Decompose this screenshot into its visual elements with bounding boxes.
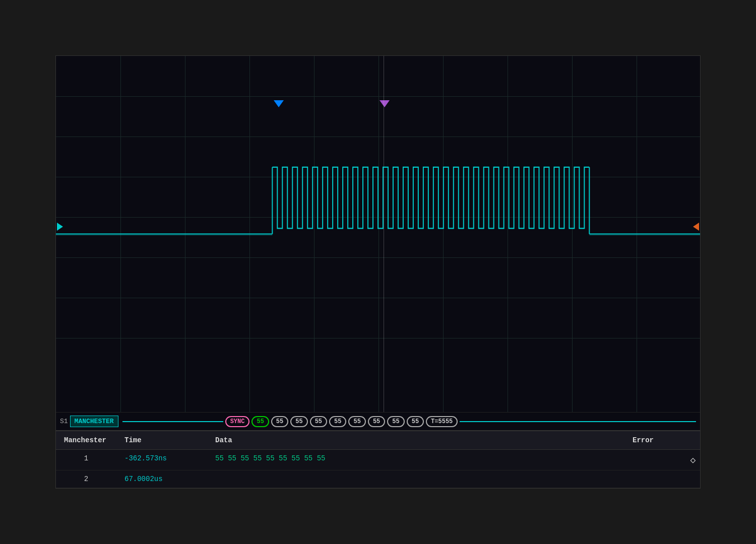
decode-end-line (460, 421, 696, 422)
outer-container: S1 MANCHESTER SYNC 55 55 55 55 55 55 55 … (0, 0, 756, 544)
td-time-1: -362.573ns (116, 452, 207, 467)
table-header: Manchester Time Data Error (56, 431, 700, 450)
td-time-2: 67.0002us (116, 473, 207, 485)
th-data: Data (207, 434, 624, 446)
td-error-2 (624, 473, 685, 485)
td-extra-1: ◇ (685, 452, 701, 467)
badge-55-4[interactable]: 55 (329, 416, 346, 427)
table-row: 2 67.0002us (56, 470, 700, 488)
td-error-1 (624, 452, 685, 467)
td-data-1: 55 55 55 55 55 55 55 55 55 (207, 452, 624, 467)
badge-55-green[interactable]: 55 (251, 416, 269, 427)
badge-55-2[interactable]: 55 (290, 416, 307, 427)
waveform-svg (56, 56, 700, 412)
td-manchester-1: 1 (56, 452, 116, 467)
th-extra (685, 434, 701, 446)
data-table: Manchester Time Data Error 1 -362.573ns … (56, 430, 700, 488)
decode-pre-line (122, 421, 223, 422)
decode-bar: S1 MANCHESTER SYNC 55 55 55 55 55 55 55 … (56, 412, 700, 430)
th-error: Error (624, 434, 685, 446)
badge-55-1[interactable]: 55 (271, 416, 288, 427)
decode-s1-label: S1 (60, 418, 68, 425)
th-manchester: Manchester (56, 434, 116, 446)
badge-55-7[interactable]: 55 (387, 416, 404, 427)
badge-55-8[interactable]: 55 (407, 416, 424, 427)
badge-55-5[interactable]: 55 (348, 416, 365, 427)
td-extra-2 (685, 473, 701, 485)
badge-sync[interactable]: SYNC (225, 416, 250, 427)
badge-t5555[interactable]: T=5555 (426, 416, 458, 427)
td-data-2 (207, 473, 624, 485)
scope-container: S1 MANCHESTER SYNC 55 55 55 55 55 55 55 … (55, 55, 701, 489)
badge-55-6[interactable]: 55 (368, 416, 385, 427)
th-time: Time (116, 434, 207, 446)
badge-55-3[interactable]: 55 (310, 416, 327, 427)
protocol-label: MANCHESTER (70, 416, 118, 427)
waveform-area (56, 56, 700, 412)
td-manchester-2: 2 (56, 473, 116, 485)
table-row: 1 -362.573ns 55 55 55 55 55 55 55 55 55 … (56, 450, 700, 470)
